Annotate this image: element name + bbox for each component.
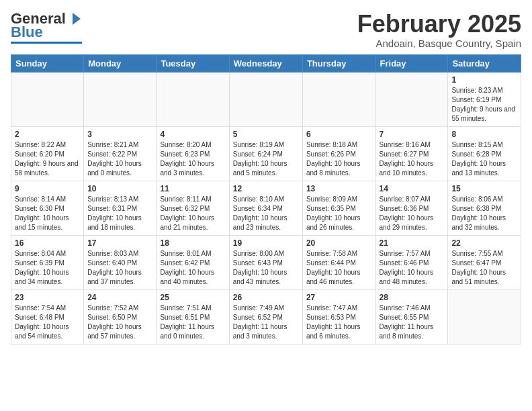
calendar-week-row: 23Sunrise: 7:54 AM Sunset: 6:48 PM Dayli…	[11, 289, 521, 344]
day-info: Sunrise: 8:23 AM Sunset: 6:19 PM Dayligh…	[451, 86, 517, 124]
calendar-cell: 3Sunrise: 8:21 AM Sunset: 6:22 PM Daylig…	[84, 126, 157, 181]
day-number: 10	[87, 184, 152, 193]
day-info: Sunrise: 7:51 AM Sunset: 6:51 PM Dayligh…	[160, 304, 225, 341]
calendar-cell: 27Sunrise: 7:47 AM Sunset: 6:53 PM Dayli…	[302, 289, 375, 344]
day-info: Sunrise: 7:46 AM Sunset: 6:55 PM Dayligh…	[380, 304, 445, 341]
calendar-cell: 28Sunrise: 7:46 AM Sunset: 6:55 PM Dayli…	[375, 289, 448, 344]
calendar-cell	[302, 72, 375, 126]
day-info: Sunrise: 7:54 AM Sunset: 6:48 PM Dayligh…	[15, 304, 80, 341]
calendar-cell: 16Sunrise: 8:04 AM Sunset: 6:39 PM Dayli…	[11, 235, 84, 289]
calendar-cell	[157, 72, 229, 126]
calendar-cell: 15Sunrise: 8:06 AM Sunset: 6:38 PM Dayli…	[448, 181, 521, 235]
day-info: Sunrise: 8:00 AM Sunset: 6:43 PM Dayligh…	[233, 249, 299, 287]
calendar-cell	[229, 72, 302, 126]
calendar-cell: 13Sunrise: 8:09 AM Sunset: 6:35 PM Dayli…	[302, 181, 375, 235]
calendar-subtitle: Andoain, Basque Country, Spain	[357, 38, 521, 49]
calendar-cell: 23Sunrise: 7:54 AM Sunset: 6:48 PM Dayli…	[11, 289, 84, 344]
calendar-cell: 24Sunrise: 7:52 AM Sunset: 6:50 PM Dayli…	[84, 289, 157, 344]
svg-marker-0	[73, 13, 81, 25]
weekday-header-sunday: Sunday	[11, 54, 84, 72]
weekday-header-monday: Monday	[84, 54, 157, 72]
logo-icon	[67, 11, 82, 26]
calendar-cell: 18Sunrise: 8:01 AM Sunset: 6:42 PM Dayli…	[157, 235, 229, 289]
day-number: 20	[306, 238, 372, 248]
day-number: 5	[233, 130, 299, 139]
day-number: 21	[380, 238, 445, 248]
day-number: 4	[160, 130, 225, 139]
day-number: 27	[306, 293, 372, 302]
calendar-cell: 5Sunrise: 8:19 AM Sunset: 6:24 PM Daylig…	[229, 126, 302, 181]
day-info: Sunrise: 8:16 AM Sunset: 6:27 PM Dayligh…	[380, 140, 445, 178]
day-info: Sunrise: 8:11 AM Sunset: 6:32 PM Dayligh…	[160, 195, 225, 232]
logo: General Blue	[11, 11, 82, 44]
day-info: Sunrise: 8:20 AM Sunset: 6:23 PM Dayligh…	[160, 140, 225, 178]
day-number: 28	[380, 293, 445, 302]
day-info: Sunrise: 8:13 AM Sunset: 6:31 PM Dayligh…	[87, 195, 152, 232]
calendar-cell: 21Sunrise: 7:57 AM Sunset: 6:46 PM Dayli…	[375, 235, 448, 289]
calendar-cell: 2Sunrise: 8:22 AM Sunset: 6:20 PM Daylig…	[11, 126, 84, 181]
calendar-cell	[448, 289, 521, 344]
day-number: 16	[15, 238, 80, 248]
day-info: Sunrise: 8:09 AM Sunset: 6:35 PM Dayligh…	[306, 195, 372, 232]
day-info: Sunrise: 8:10 AM Sunset: 6:34 PM Dayligh…	[233, 195, 299, 232]
day-number: 18	[160, 238, 225, 248]
day-number: 12	[233, 184, 299, 193]
day-info: Sunrise: 7:58 AM Sunset: 6:44 PM Dayligh…	[306, 249, 372, 287]
calendar-cell: 17Sunrise: 8:03 AM Sunset: 6:40 PM Dayli…	[84, 235, 157, 289]
day-number: 11	[160, 184, 225, 193]
weekday-header-saturday: Saturday	[448, 54, 521, 72]
calendar-week-row: 16Sunrise: 8:04 AM Sunset: 6:39 PM Dayli…	[11, 235, 521, 289]
day-number: 3	[87, 130, 152, 139]
calendar-cell: 9Sunrise: 8:14 AM Sunset: 6:30 PM Daylig…	[11, 181, 84, 235]
logo-underline	[11, 42, 82, 44]
calendar-cell: 19Sunrise: 8:00 AM Sunset: 6:43 PM Dayli…	[229, 235, 302, 289]
day-number: 25	[160, 293, 225, 302]
day-info: Sunrise: 8:19 AM Sunset: 6:24 PM Dayligh…	[233, 140, 299, 178]
calendar-cell: 6Sunrise: 8:18 AM Sunset: 6:26 PM Daylig…	[302, 126, 375, 181]
day-info: Sunrise: 8:14 AM Sunset: 6:30 PM Dayligh…	[15, 195, 80, 232]
day-number: 6	[306, 130, 372, 139]
day-number: 8	[451, 130, 517, 139]
calendar-week-row: 1Sunrise: 8:23 AM Sunset: 6:19 PM Daylig…	[11, 72, 521, 126]
day-info: Sunrise: 7:57 AM Sunset: 6:46 PM Dayligh…	[380, 249, 445, 287]
calendar-cell: 22Sunrise: 7:55 AM Sunset: 6:47 PM Dayli…	[448, 235, 521, 289]
calendar-cell: 20Sunrise: 7:58 AM Sunset: 6:44 PM Dayli…	[302, 235, 375, 289]
calendar-cell: 25Sunrise: 7:51 AM Sunset: 6:51 PM Dayli…	[157, 289, 229, 344]
day-info: Sunrise: 8:04 AM Sunset: 6:39 PM Dayligh…	[15, 249, 80, 287]
calendar-week-row: 2Sunrise: 8:22 AM Sunset: 6:20 PM Daylig…	[11, 126, 521, 181]
calendar-cell: 26Sunrise: 7:49 AM Sunset: 6:52 PM Dayli…	[229, 289, 302, 344]
day-info: Sunrise: 7:55 AM Sunset: 6:47 PM Dayligh…	[451, 249, 517, 287]
calendar-week-row: 9Sunrise: 8:14 AM Sunset: 6:30 PM Daylig…	[11, 181, 521, 235]
day-info: Sunrise: 8:18 AM Sunset: 6:26 PM Dayligh…	[306, 140, 372, 178]
weekday-header-thursday: Thursday	[302, 54, 375, 72]
day-number: 23	[15, 293, 80, 302]
day-info: Sunrise: 8:03 AM Sunset: 6:40 PM Dayligh…	[87, 249, 152, 287]
day-info: Sunrise: 7:52 AM Sunset: 6:50 PM Dayligh…	[87, 304, 152, 341]
day-info: Sunrise: 8:06 AM Sunset: 6:38 PM Dayligh…	[451, 195, 517, 232]
day-number: 13	[306, 184, 372, 193]
day-number: 1	[451, 75, 517, 85]
weekday-header-wednesday: Wednesday	[229, 54, 302, 72]
calendar-cell: 1Sunrise: 8:23 AM Sunset: 6:19 PM Daylig…	[448, 72, 521, 126]
calendar-cell	[375, 72, 448, 126]
day-number: 22	[451, 238, 517, 248]
day-info: Sunrise: 7:47 AM Sunset: 6:53 PM Dayligh…	[306, 304, 372, 341]
weekday-header-tuesday: Tuesday	[157, 54, 229, 72]
day-number: 19	[233, 238, 299, 248]
weekday-header-row: SundayMondayTuesdayWednesdayThursdayFrid…	[11, 54, 521, 72]
calendar-table: SundayMondayTuesdayWednesdayThursdayFrid…	[11, 54, 521, 345]
calendar-cell: 11Sunrise: 8:11 AM Sunset: 6:32 PM Dayli…	[157, 181, 229, 235]
day-info: Sunrise: 8:01 AM Sunset: 6:42 PM Dayligh…	[160, 249, 225, 287]
day-info: Sunrise: 8:07 AM Sunset: 6:36 PM Dayligh…	[380, 195, 445, 232]
day-number: 15	[451, 184, 517, 193]
title-block: February 2025 Andoain, Basque Country, S…	[357, 11, 521, 49]
day-info: Sunrise: 8:21 AM Sunset: 6:22 PM Dayligh…	[87, 140, 152, 178]
day-info: Sunrise: 8:15 AM Sunset: 6:28 PM Dayligh…	[451, 140, 517, 178]
day-number: 14	[380, 184, 445, 193]
day-info: Sunrise: 7:49 AM Sunset: 6:52 PM Dayligh…	[233, 304, 299, 341]
calendar-cell	[11, 72, 84, 126]
day-info: Sunrise: 8:22 AM Sunset: 6:20 PM Dayligh…	[15, 140, 80, 178]
day-number: 26	[233, 293, 299, 302]
page-header: General Blue February 2025 Andoain, Basq…	[11, 11, 521, 49]
calendar-cell	[84, 72, 157, 126]
